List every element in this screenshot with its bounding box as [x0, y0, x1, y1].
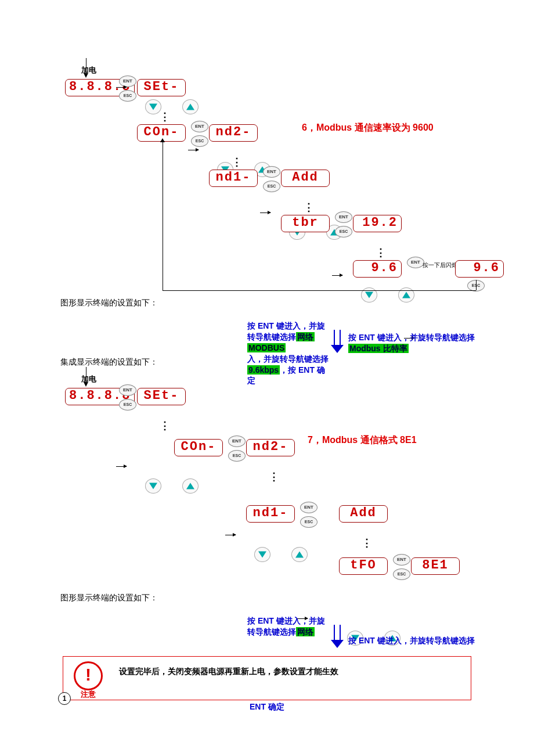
line — [163, 141, 163, 290]
esc-button[interactable]: ESC — [228, 450, 246, 462]
display-96b: 9.6 — [455, 260, 504, 278]
instruction-left: 按 ENT 键进入，并旋转导航键选择网络 — [247, 615, 329, 638]
arrow-down-icon — [84, 73, 88, 78]
big-arrow-down-icon — [331, 625, 344, 648]
display-nd1: nd1- — [246, 505, 295, 523]
hl-network: 网络 — [296, 332, 315, 341]
instruction-left: 按 ENT 键进入，并旋转导航键选择网络 MODBUS 入，并旋转导航键选择 9… — [247, 321, 329, 386]
note-text: 设置完毕后，关闭变频器电源再重新上电，参数设置才能生效 — [119, 665, 338, 679]
arrow-right-icon — [260, 213, 270, 213]
line — [86, 367, 86, 382]
display-192: 19.2 — [353, 215, 402, 232]
esc-button[interactable]: ESC — [335, 226, 352, 237]
section6-graphic-caption: 图形显示终端的设置如下： — [60, 296, 158, 310]
note-box: ! 注意 设置完毕后，关闭变频器电源再重新上电，参数设置才能生效 — [63, 656, 471, 700]
exclamation-icon: ! — [75, 663, 101, 686]
page-number: 1 — [58, 692, 71, 705]
esc-button[interactable]: ESC — [263, 181, 280, 192]
up-button[interactable] — [182, 478, 199, 494]
ent-button[interactable]: ENT — [119, 384, 136, 396]
dots: ⋮ — [304, 206, 314, 210]
up-button[interactable] — [398, 287, 414, 303]
display-96a: 9.6 — [353, 260, 402, 278]
display-nd1: nd1- — [209, 170, 258, 187]
ent-button[interactable]: ENT — [228, 435, 246, 447]
hl-bitrate: Modbus 比特率 — [348, 344, 409, 353]
esc-button[interactable]: ESC — [119, 399, 136, 411]
display-8e1: 8E1 — [411, 557, 460, 575]
hl-modbus: MODBUS — [247, 343, 286, 352]
hl-network: 网络 — [296, 627, 315, 636]
display-nd2: nd2- — [209, 124, 258, 142]
page: 加电 8.8.8.8 ENT ESC SEt- ⋮ COn- ENT ESC n… — [0, 0, 534, 756]
ent-button[interactable]: ENT — [191, 121, 208, 132]
text: 入，并旋转导航键选择 — [247, 354, 329, 363]
instruction-right: 按 ENT 键进入，并旋转导航键选择 Modbus 比特率 — [348, 332, 499, 354]
ent-button[interactable]: ENT — [393, 554, 410, 566]
up-button[interactable] — [182, 99, 199, 114]
line — [163, 290, 476, 291]
dots: ⋮ — [376, 251, 386, 255]
press-flash-note: 按一下后闪烁 — [423, 261, 457, 269]
cutoff-text: ENT 确定 — [250, 701, 284, 712]
arrow-right-icon — [116, 466, 127, 467]
dots: ⋮ — [232, 160, 242, 164]
line — [86, 58, 86, 73]
line — [476, 280, 477, 290]
arrow-up-icon — [160, 138, 165, 142]
ent-button[interactable]: ENT — [335, 211, 352, 223]
ent-button[interactable]: ENT — [407, 257, 424, 268]
arrow-right-icon — [116, 87, 127, 88]
section7-title: 7，Modbus 通信格式 8E1 — [308, 434, 417, 447]
display-set: SEt- — [137, 79, 186, 96]
arrow-down-icon — [84, 382, 88, 387]
esc-button[interactable]: ESC — [393, 568, 410, 580]
text: 按 ENT 键进入，并旋转导航键选择 — [348, 636, 475, 645]
up-button[interactable] — [291, 547, 308, 562]
down-button[interactable] — [145, 478, 161, 494]
warning-icon: ! — [74, 661, 103, 690]
display-add: Add — [281, 170, 330, 187]
text: 按 ENT 键进入，并旋转导航键选择 — [348, 333, 475, 342]
display-tbr: tbr — [281, 215, 330, 232]
down-button[interactable] — [254, 547, 270, 562]
arrow-right-icon — [332, 275, 342, 276]
section6-title: 6，Modbus 通信速率设为 9600 — [302, 122, 434, 134]
ent-button[interactable]: ENT — [119, 75, 136, 87]
display-tfo: tFO — [339, 557, 388, 575]
dots: ⋮ — [160, 115, 170, 119]
display-con: COn- — [174, 439, 223, 456]
esc-button[interactable]: ESC — [300, 516, 317, 528]
display-nd2: nd2- — [246, 439, 295, 456]
section7-graphic-caption: 图形显示终端的设置如下： — [60, 591, 158, 605]
down-button[interactable] — [361, 287, 377, 303]
arrow-right-icon — [225, 535, 236, 535]
down-button[interactable] — [145, 99, 161, 114]
hl-rate: 9.6kbps — [247, 365, 280, 375]
section6-integrated-caption: 集成显示终端的设置如下： — [60, 355, 158, 369]
big-arrow-down-icon — [331, 330, 344, 353]
esc-button[interactable]: ESC — [119, 90, 136, 102]
dots: ⋮ — [269, 475, 279, 479]
arrow-right-icon — [188, 150, 199, 150]
instruction-right: 按 ENT 键进入，并旋转导航键选择 — [348, 635, 499, 646]
dots: ⋮ — [160, 424, 170, 428]
esc-button[interactable]: ESC — [191, 135, 208, 147]
dots: ⋮ — [362, 541, 372, 545]
ent-button[interactable]: ENT — [300, 502, 317, 513]
display-add: Add — [339, 505, 388, 523]
ent-button[interactable]: ENT — [263, 166, 280, 178]
display-set: SEt- — [137, 388, 186, 405]
note-label: 注意 — [81, 689, 96, 700]
